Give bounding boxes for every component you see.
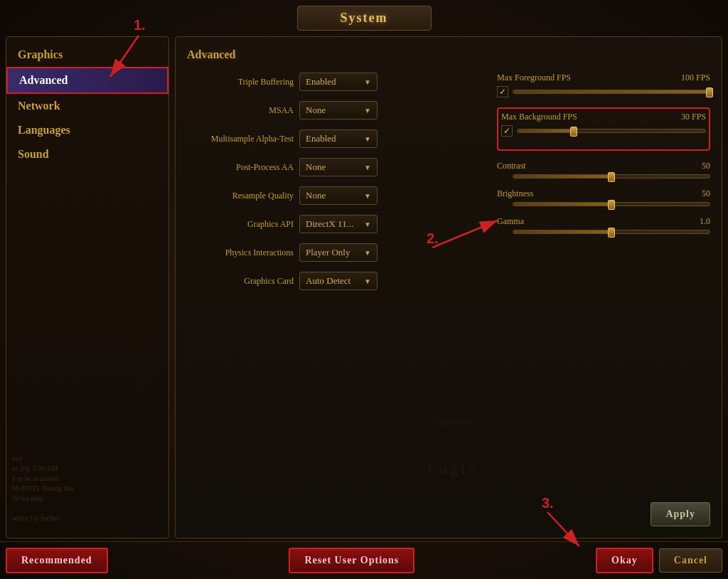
cancel-button[interactable]: Cancel bbox=[659, 548, 722, 573]
sidebar: Graphics Advanced Network Languages Soun… bbox=[6, 36, 169, 538]
slider-gamma-label-row: Gamma 1.0 bbox=[497, 216, 710, 227]
label-resample-quality: Resample Quality bbox=[187, 191, 294, 201]
slider-fg-fps-row: ✓ bbox=[497, 86, 710, 97]
dropdown-arrow-multisample: ▼ bbox=[364, 135, 371, 143]
thumb-max-bg-fps[interactable] bbox=[570, 127, 577, 137]
setting-row-graphics-api: Graphics API DirectX 11... ▼ bbox=[187, 215, 483, 233]
slider-max-bg-fps: Max Background FPS 30 FPS ✓ bbox=[501, 112, 706, 137]
slider-contrast: Contrast 50 bbox=[497, 161, 710, 179]
fill-brightness bbox=[513, 203, 611, 206]
slider-max-fg-fps: Max Foreground FPS 100 FPS ✓ bbox=[497, 73, 710, 97]
label-graphics-card: Graphics Card bbox=[187, 276, 294, 287]
title-bar-bg: System bbox=[297, 6, 432, 31]
bottom-bar: Recommended Reset User Options Okay Canc… bbox=[0, 541, 728, 579]
dropdown-arrow-triple-buffering: ▼ bbox=[364, 78, 371, 86]
dropdown-arrow-graphics-api: ▼ bbox=[364, 221, 371, 228]
apply-button[interactable]: Apply bbox=[651, 502, 710, 526]
slider-gamma-row bbox=[497, 230, 710, 234]
dropdown-graphics-api[interactable]: DirectX 11... ▼ bbox=[299, 215, 378, 233]
dropdown-arrow-post-process-aa: ▼ bbox=[364, 164, 371, 171]
dropdown-multisample[interactable]: Enabled ▼ bbox=[299, 129, 378, 148]
dropdown-value-graphics-api: DirectX 11... bbox=[306, 218, 353, 230]
slider-bg-fps-label-row: Max Background FPS 30 FPS bbox=[501, 112, 706, 122]
label-physics: Physics Interactions bbox=[187, 248, 294, 258]
dropdown-triple-buffering[interactable]: Enabled ▼ bbox=[299, 73, 378, 91]
fill-gamma bbox=[513, 230, 611, 233]
fill-contrast bbox=[513, 175, 611, 178]
fill-max-bg-fps bbox=[518, 129, 574, 132]
slider-brightness-row bbox=[497, 202, 710, 206]
value-gamma: 1.0 bbox=[700, 216, 710, 227]
dropdown-physics[interactable]: Player Only ▼ bbox=[299, 243, 378, 262]
reset-button[interactable]: Reset User Options bbox=[289, 548, 414, 573]
thumb-contrast[interactable] bbox=[608, 172, 615, 182]
dropdown-value-resample-quality: None bbox=[306, 190, 326, 201]
panel-title: Advanced bbox=[187, 48, 710, 61]
track-contrast[interactable] bbox=[513, 174, 710, 179]
setting-row-resample-quality: Resample Quality None ▼ bbox=[187, 186, 483, 205]
track-max-bg-fps[interactable] bbox=[517, 129, 706, 133]
fill-max-fg-fps bbox=[513, 90, 710, 93]
settings-container: Triple Buffering Enabled ▼ MSAA None ▼ bbox=[187, 73, 710, 496]
settings-right: Max Foreground FPS 100 FPS ✓ bbox=[497, 73, 710, 496]
setting-row-triple-buffering: Triple Buffering Enabled ▼ bbox=[187, 73, 483, 91]
sidebar-item-advanced[interactable]: Advanced bbox=[6, 67, 168, 94]
title-bar: System bbox=[0, 0, 728, 33]
label-gamma: Gamma bbox=[497, 216, 524, 227]
checkbox-max-fg-fps[interactable]: ✓ bbox=[497, 86, 508, 97]
label-max-fg-fps: Max Foreground FPS bbox=[497, 73, 571, 83]
slider-brightness: Brightness 50 bbox=[497, 188, 710, 206]
window-title: System bbox=[341, 11, 388, 25]
value-brightness: 50 bbox=[702, 188, 710, 199]
dropdown-msaa[interactable]: None ▼ bbox=[299, 101, 378, 119]
dropdown-value-post-process-aa: None bbox=[306, 161, 326, 173]
slider-fg-fps-label-row: Max Foreground FPS 100 FPS bbox=[497, 73, 710, 83]
slider-max-bg-fps-container: Max Background FPS 30 FPS ✓ bbox=[497, 107, 710, 151]
dropdown-post-process-aa[interactable]: None ▼ bbox=[299, 158, 378, 176]
recommended-button[interactable]: Recommended bbox=[6, 548, 108, 573]
track-max-fg-fps[interactable] bbox=[513, 90, 710, 94]
label-triple-buffering: Triple Buffering bbox=[187, 77, 294, 87]
dropdown-arrow-resample-quality: ▼ bbox=[364, 192, 371, 200]
slider-contrast-label-row: Contrast 50 bbox=[497, 161, 710, 171]
setting-row-graphics-card: Graphics Card Auto Detect ▼ bbox=[187, 272, 483, 290]
dropdown-value-triple-buffering: Enabled bbox=[306, 76, 336, 87]
slider-bg-fps-row: ✓ bbox=[501, 125, 706, 137]
label-post-process-aa: Post-Process AA bbox=[187, 162, 294, 173]
dropdown-value-msaa: None bbox=[306, 105, 326, 116]
label-graphics-api: Graphics API bbox=[187, 219, 294, 230]
value-contrast: 50 bbox=[702, 161, 710, 171]
thumb-gamma[interactable] bbox=[608, 228, 615, 238]
dropdown-graphics-card[interactable]: Auto Detect ▼ bbox=[299, 272, 378, 290]
dropdown-resample-quality[interactable]: None ▼ bbox=[299, 186, 378, 205]
label-contrast: Contrast bbox=[497, 161, 526, 171]
slider-brightness-label-row: Brightness 50 bbox=[497, 188, 710, 199]
settings-left: Triple Buffering Enabled ▼ MSAA None ▼ bbox=[187, 73, 483, 496]
thumb-max-fg-fps[interactable] bbox=[706, 87, 713, 97]
okay-button[interactable]: Okay bbox=[596, 548, 653, 573]
label-multisample: Multisample Alpha-Test bbox=[187, 134, 294, 144]
sidebar-item-languages[interactable]: Languages bbox=[6, 118, 168, 142]
main-panel: Advanced Triple Buffering Enabled ▼ MS bbox=[175, 36, 722, 538]
setting-row-post-process-aa: Post-Process AA None ▼ bbox=[187, 158, 483, 176]
slider-contrast-row bbox=[497, 174, 710, 179]
content-area: Graphics Advanced Network Languages Soun… bbox=[0, 33, 728, 541]
setting-row-multisample: Multisample Alpha-Test Enabled ▼ bbox=[187, 129, 483, 148]
sidebar-item-graphics[interactable]: Graphics bbox=[6, 43, 168, 67]
thumb-brightness[interactable] bbox=[608, 200, 615, 210]
sidebar-bg-text: nce er 3rd, 7:00 AM e to be available M … bbox=[12, 454, 163, 524]
sidebar-item-network[interactable]: Network bbox=[6, 94, 168, 118]
dropdown-arrow-graphics-card: ▼ bbox=[364, 277, 371, 285]
label-brightness: Brightness bbox=[497, 188, 533, 199]
value-max-fg-fps: 100 FPS bbox=[681, 73, 710, 83]
label-max-bg-fps: Max Background FPS bbox=[501, 112, 577, 122]
label-msaa: MSAA bbox=[187, 105, 294, 116]
main-container: System Graphics Advanced Network Languag… bbox=[0, 0, 728, 579]
apply-area: Apply bbox=[187, 502, 710, 526]
track-brightness[interactable] bbox=[513, 202, 710, 206]
sidebar-item-sound[interactable]: Sound bbox=[6, 142, 168, 166]
track-gamma[interactable] bbox=[513, 230, 710, 234]
dropdown-value-multisample: Enabled bbox=[306, 133, 336, 144]
checkbox-max-bg-fps[interactable]: ✓ bbox=[501, 125, 513, 137]
dropdown-arrow-physics: ▼ bbox=[364, 249, 371, 257]
